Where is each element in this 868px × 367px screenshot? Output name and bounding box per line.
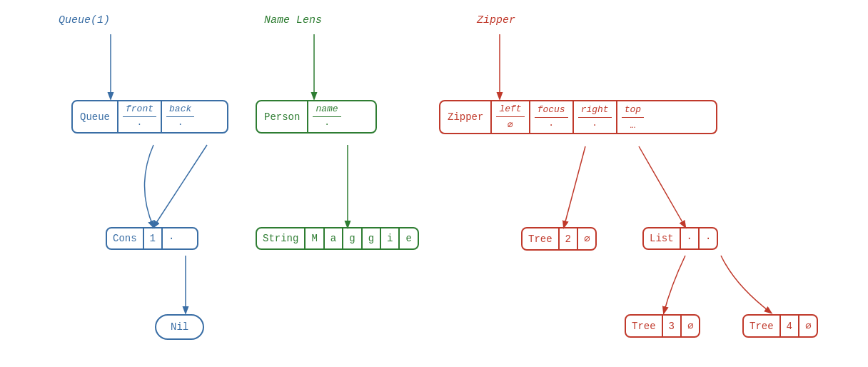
queue-record-box: Queue front · back · bbox=[71, 100, 228, 134]
name-cell: name · bbox=[307, 101, 345, 132]
front-value: · bbox=[123, 117, 156, 132]
right-header: right bbox=[578, 102, 612, 118]
char-a: a bbox=[323, 228, 342, 248]
string-record-box: String M a g g i e bbox=[256, 227, 419, 250]
string-label: String bbox=[257, 228, 304, 248]
back-cell: back · bbox=[161, 101, 198, 132]
zipper-type-label: Zipper bbox=[440, 101, 490, 133]
back-header: back bbox=[166, 101, 194, 117]
queue-label: Queue(1) bbox=[59, 14, 110, 26]
right-cell: right · bbox=[572, 101, 616, 133]
tree4-record-box: Tree 4 ∅ bbox=[742, 314, 818, 338]
cons-record-box: Cons 1 · bbox=[106, 227, 198, 250]
front-cell: front · bbox=[117, 101, 161, 132]
char-i: i bbox=[380, 228, 398, 248]
svg-line-1 bbox=[153, 145, 207, 227]
list-label: List bbox=[644, 228, 680, 248]
cons-label: Cons bbox=[107, 228, 143, 248]
tree4-val: 4 bbox=[779, 316, 798, 336]
queue-type-label: Queue bbox=[73, 101, 117, 132]
name-header: name bbox=[313, 101, 340, 117]
char-M: M bbox=[304, 228, 323, 248]
focus-cell: focus · bbox=[529, 101, 572, 133]
tree2-record-box: Tree 2 ∅ bbox=[521, 227, 597, 251]
person-record-box: Person name · bbox=[256, 100, 377, 134]
tree2-val: 2 bbox=[558, 228, 577, 249]
char-g2: g bbox=[361, 228, 380, 248]
nil-box: Nil bbox=[155, 314, 204, 340]
tree4-dot: ∅ bbox=[798, 316, 817, 336]
zipper-label: Zipper bbox=[477, 14, 515, 26]
right-value: · bbox=[578, 118, 612, 133]
focus-header: focus bbox=[535, 102, 568, 118]
tree4-label: Tree bbox=[744, 316, 779, 336]
cons-val: 1 bbox=[143, 228, 161, 248]
tree3-label: Tree bbox=[626, 316, 662, 336]
list-dot1: · bbox=[680, 228, 698, 248]
top-cell: top … bbox=[616, 101, 648, 133]
char-g1: g bbox=[342, 228, 360, 248]
back-value: · bbox=[166, 117, 194, 132]
name-lens-label: Name Lens bbox=[264, 14, 322, 26]
char-e: e bbox=[398, 228, 417, 248]
top-value: … bbox=[622, 118, 644, 133]
svg-line-7 bbox=[639, 146, 685, 227]
focus-value: · bbox=[535, 118, 568, 133]
left-header: left bbox=[496, 101, 524, 117]
tree3-record-box: Tree 3 ∅ bbox=[625, 314, 700, 338]
tree3-dot: ∅ bbox=[680, 316, 699, 336]
list-dot2: · bbox=[698, 228, 717, 248]
cons-dot: · bbox=[161, 228, 180, 248]
list-record-box: List · · bbox=[642, 227, 718, 250]
left-value: ∅ bbox=[496, 117, 524, 133]
front-header: front bbox=[123, 101, 156, 117]
zipper-record-box: Zipper left ∅ focus · right · top … bbox=[439, 100, 717, 134]
svg-line-6 bbox=[564, 146, 585, 227]
tree3-val: 3 bbox=[662, 316, 680, 336]
person-type-label: Person bbox=[257, 101, 307, 132]
tree2-dot: ∅ bbox=[577, 228, 595, 249]
tree2-label: Tree bbox=[523, 228, 558, 249]
top-header: top bbox=[622, 102, 644, 118]
name-value: · bbox=[313, 117, 340, 132]
left-cell: left ∅ bbox=[490, 101, 528, 133]
